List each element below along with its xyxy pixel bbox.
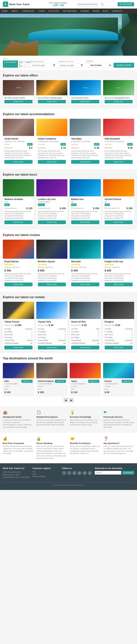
acc-desc: Far far away, behind the word mountains,… [38,150,66,159]
offer-image: Tours [103,80,134,95]
dest-name: United Kingdom [38,380,54,382]
book-now-button[interactable]: BOOK NOW [38,346,66,350]
price-value: $ 500 [38,269,66,272]
phone-number: 1.800 - 888 [40,4,77,7]
dest-tours: 2 Tours [71,386,99,388]
view-all-button[interactable]: VIEW ALL [122,380,133,383]
search-now-button[interactable]: SEARCH NOW [114,63,134,68]
feature-desc: We provide a cost-effective media to all… [70,445,101,455]
nav-pages[interactable]: PAGES [91,8,101,14]
car-spec-row: Nr of bags3 [105,336,133,339]
book-now-button[interactable]: BOOK NOW [105,160,133,164]
book-now-button[interactable]: BOOK NOW [38,220,66,224]
linkedin-icon[interactable]: in [72,471,77,475]
book-now-button[interactable]: BOOK NOW [71,160,99,164]
dest-price: $ 110 [71,391,99,394]
spec-value: 3 [132,336,133,338]
car-spec-row: Nr. people5 [38,330,66,333]
book-now-button[interactable]: BOOK NOW [71,346,99,350]
nav-activities[interactable]: ACTIVITIES [47,8,61,14]
book-now-button[interactable]: BOOK NOW [105,346,133,350]
view-all-button[interactable]: VIEW ALL [21,380,32,383]
dest-tours: 1 Tours [4,386,32,388]
spec-value: 2 [31,334,32,336]
twitter-icon[interactable]: t [67,471,71,475]
list-item: 🔒 Secure Booking Book Your Travel has a … [36,436,67,460]
price-row: Price per cabin from [38,266,66,268]
view-all-button[interactable]: VIEW ALL [55,380,66,383]
tab-rent-car[interactable]: Rent a Car [18,60,24,68]
checkout-group: Check out date 📅 [58,61,84,68]
book-now-button[interactable]: BOOK NOW [38,160,66,164]
view-all-button[interactable]: VIEW ALL [88,380,99,383]
list-item: USA VIEW ALL 1 Accommodation 1 Tours fro… [3,363,34,396]
acc-body: Villa Elizabeth In 5th Street, Somewhere… [103,136,134,165]
pinterest-icon[interactable]: p [88,471,92,475]
what-group: What? Accommodation Rent a Car Cruise [3,58,29,68]
feature-title: Passionate Service [104,416,134,418]
book-now-button[interactable]: BOOK NOW [4,282,32,286]
book-now-button[interactable]: BOOK NOW [105,282,133,286]
price-label: Price per cabin from [71,266,87,268]
checkout-input[interactable] [58,63,90,68]
nav-contacts[interactable]: CONTACTS [110,8,124,14]
cruise-body: Mermaid ⭐⭐⭐⭐ Price per cabin from $ 400 … [70,259,101,288]
feature-desc: Call us +1 (800) 800 for referrals about… [104,445,134,455]
spec-value: Automatic [92,339,99,341]
support-label: 24/7 Support Number [40,2,77,4]
nav-home[interactable]: HOME [0,8,9,14]
next-button[interactable]: ▶ [69,398,74,402]
book-now-button[interactable]: BOOK NOW [38,282,66,286]
car-price-val: $ 40 [49,324,53,326]
book-now-button[interactable]: BOOK NOW [4,346,32,350]
nav-about[interactable]: ABOUT [9,8,20,14]
car-price-label: Price per day [105,324,115,326]
nav-destinations[interactable]: DESTINATIONS [61,8,79,14]
list-item: Royal Iberian ⭐⭐⭐⭐ Price per cabin from … [3,240,34,288]
tour-name: Ancient Greece [105,198,133,200]
book-now-button[interactable]: BOOK NOW [71,282,99,286]
tab-accommodation[interactable]: Accommodation [3,60,18,68]
search-icon[interactable]: 🔍 [101,3,104,6]
newsletter-email-input[interactable] [95,471,121,474]
my-account-button[interactable]: MY ACCOUNT [118,2,134,6]
destinations-title: Top destinations around the world [3,357,134,360]
book-now-button[interactable]: BOOK NOW [105,220,133,224]
offer-btn[interactable]: MORE INFO [38,100,66,103]
tour-rating-row: 9/10 [71,204,99,206]
spec-value: No [97,342,99,344]
facebook-icon[interactable]: f [62,471,66,475]
feature-desc: Book Your Travel has a proven track reco… [36,445,67,460]
service-icon: ❤ [104,410,134,415]
offer-btn[interactable]: MORE INFO [4,100,32,103]
nav-currencies[interactable]: CURRENCIES [20,8,36,14]
book-now-button[interactable]: BOOK NOW [4,160,32,164]
cruise-rating: ⭐⭐⭐⭐ [4,264,13,266]
tour-name: Madeira-Jeradias [4,198,32,200]
newsletter-submit-button[interactable]: CONTINUE [122,471,134,474]
cruise-rating: ⭐⭐⭐⭐ [38,264,47,266]
googleplus-icon[interactable]: g+ [77,471,82,475]
offer-btn[interactable]: MORE INFO [71,100,99,103]
spec-label: Nr of bags [71,336,79,338]
what-label: What? [3,58,29,60]
spec-label: Nr. people [38,331,46,333]
search-input[interactable] [78,3,101,5]
feature-title: Handpicked Hotels [3,416,33,418]
list-item: 🏨 Handpicked Hotels At Book Your Travel … [3,410,33,428]
offer-btn[interactable]: MORE INFO [105,100,133,103]
spec-label: Transmission [105,339,115,341]
footer-link-help[interactable]: Help [32,473,59,475]
nav-cruises[interactable]: CRUISES [79,8,91,14]
book-now-button[interactable]: BOOK NOW [4,220,32,224]
book-now-button[interactable]: BOOK NOW [71,220,99,224]
checkin-input[interactable] [31,63,63,68]
youtube-icon[interactable]: yt [83,471,87,475]
car-specs: Car typeEconomy Nr. people5 Door count5 … [38,328,66,345]
prev-button[interactable]: ◀ [64,398,68,402]
footer-link-booking[interactable]: Booking changes [32,476,59,478]
spec-label: Door count [38,334,46,336]
nav-blog[interactable]: BLOG [101,8,110,14]
footer-link-faq[interactable]: FAQ [32,471,59,473]
nav-tours[interactable]: TOURS [36,8,47,14]
